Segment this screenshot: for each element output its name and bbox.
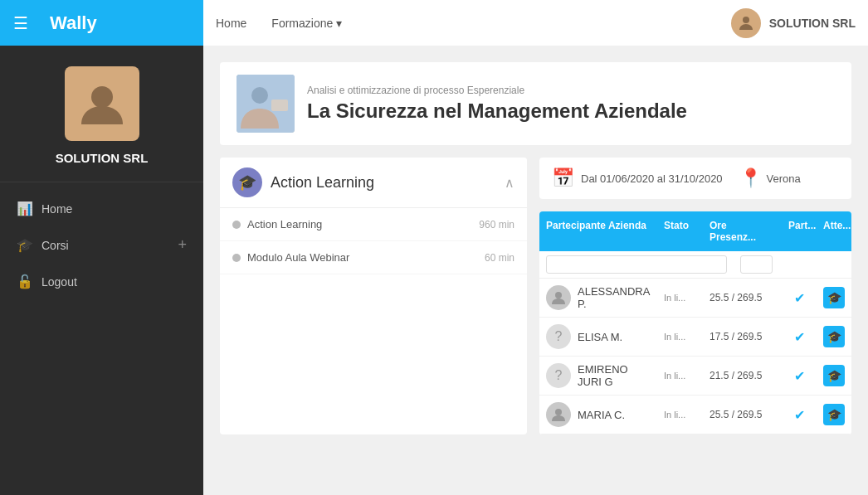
module-dot-1 [232, 254, 241, 262]
check-icon: ✔ [794, 329, 805, 345]
filter-name-input[interactable] [546, 255, 727, 274]
company-avatar-top [731, 8, 761, 38]
table-row: ? EMIRENO JURI G In li... 21.5 / 269.5 ✔… [539, 357, 851, 396]
user-name: ALESSANDRA P. [578, 285, 651, 310]
td-part-3: ✔ [782, 400, 817, 429]
module-box: 🎓 Action Learning ∧ Action Learning 960 … [220, 158, 527, 434]
chart-icon: 📊 [17, 201, 33, 216]
td-ore-3: 25.5 / 269.5 [703, 402, 782, 427]
table-row: MARIA C. In li... 25.5 / 269.5 ✔ 🎓 [539, 396, 851, 434]
add-corso-button[interactable]: + [178, 236, 187, 254]
company-name-top: SOLUTION SRL [769, 17, 856, 30]
location-text: Verona [767, 172, 801, 185]
td-stato-1: In li... [657, 325, 703, 348]
course-thumb-image [237, 75, 295, 133]
nav-formazione[interactable]: Formazione ▾ [267, 17, 346, 30]
location-icon: 📍 [739, 167, 762, 189]
user-name: EMIRENO JURI G [578, 363, 651, 388]
th-ore: Ore Presenz... [703, 211, 782, 251]
td-ore-2: 21.5 / 269.5 [703, 363, 782, 388]
location-block: 📍 Verona [739, 167, 801, 189]
module-dot [232, 221, 241, 229]
td-ore-0: 25.5 / 269.5 [703, 285, 782, 310]
check-icon: ✔ [794, 290, 805, 306]
td-stato-3: In li... [657, 403, 703, 426]
table-filter-row [539, 251, 851, 279]
module-box-header: 🎓 Action Learning ∧ [220, 158, 527, 208]
module-mins-1: 60 min [485, 252, 514, 264]
sidebar-item-corsi[interactable]: 🎓 Corsi + [0, 226, 203, 264]
sidebar-item-logout[interactable]: 🔓 Logout [0, 264, 203, 299]
check-icon: ✔ [794, 407, 805, 423]
sidebar-nav: 📊 Home 🎓 Corsi + 🔓 Logout [0, 182, 203, 308]
action-button-1[interactable]: 🎓 [823, 326, 845, 347]
sidebar-item-home[interactable]: 📊 Home [0, 191, 203, 226]
sidebar: SOLUTION SRL 📊 Home 🎓 Corsi + 🔓 Logout [0, 46, 203, 495]
dropdown-arrow-icon: ▾ [336, 17, 342, 30]
svg-point-3 [251, 87, 268, 104]
content-area: Analisi e ottimizzazione di processo Esp… [203, 46, 868, 495]
th-stato: Stato [657, 211, 703, 251]
sidebar-profile: SOLUTION SRL [0, 46, 203, 182]
sidebar-company-name: SOLUTION SRL [56, 151, 149, 165]
logout-icon: 🔓 [17, 274, 33, 289]
module-icon: 🎓 [232, 167, 262, 197]
course-info: Analisi e ottimizzazione di processo Esp… [307, 85, 687, 123]
table-row: ALESSANDRA P. In li... 25.5 / 269.5 ✔ 🎓 [539, 279, 851, 318]
graduation-icon: 🎓 [17, 237, 33, 253]
td-atte-2: 🎓 [817, 358, 851, 393]
collapse-button[interactable]: ∧ [505, 175, 514, 191]
date-block: 📅 Dal 01/06/2020 al 31/10/2020 [552, 167, 723, 189]
nav-links: Home Formazione ▾ [203, 0, 731, 46]
user-avatar [546, 285, 571, 310]
nav-home[interactable]: Home [212, 17, 251, 30]
course-title: La Sicurezza nel Management Aziendale [307, 99, 687, 123]
course-category: Analisi e ottimizzazione di processo Esp… [307, 85, 687, 96]
action-button-2[interactable]: 🎓 [823, 365, 845, 386]
user-avatar: ? [546, 363, 571, 388]
user-avatar [546, 402, 571, 427]
table-header: Partecipante Azienda Stato Ore Presenz..… [539, 211, 851, 251]
svg-point-1 [91, 86, 113, 108]
th-name: Partecipante Azienda [539, 211, 657, 251]
table-row: ? ELISA M. In li... 17.5 / 269.5 ✔ 🎓 [539, 318, 851, 357]
user-avatar: ? [546, 324, 571, 349]
participants-table: Partecipante Azienda Stato Ore Presenz..… [539, 211, 851, 434]
module-item-1[interactable]: Modulo Aula Webinar 60 min [220, 241, 527, 274]
right-panel: 📅 Dal 01/06/2020 al 31/10/2020 📍 Verona … [539, 158, 851, 434]
td-atte-0: 🎓 [817, 280, 851, 315]
td-stato-0: In li... [657, 286, 703, 309]
top-navbar: ☰ Wally Home Formazione ▾ SOLUTION SRL [0, 0, 868, 46]
td-atte-3: 🎓 [817, 397, 851, 432]
hamburger-button[interactable]: ☰ [0, 0, 41, 46]
td-part-1: ✔ [782, 323, 817, 352]
action-button-0[interactable]: 🎓 [823, 287, 845, 308]
course-header: Analisi e ottimizzazione di processo Esp… [220, 62, 851, 145]
two-column-layout: 🎓 Action Learning ∧ Action Learning 960 … [220, 158, 851, 434]
filter-stato-input[interactable] [740, 255, 773, 274]
course-thumbnail [237, 75, 295, 133]
svg-point-6 [555, 409, 562, 415]
svg-point-0 [743, 17, 749, 23]
th-part: Part... [782, 211, 817, 251]
user-name: ELISA M. [578, 331, 622, 343]
check-icon: ✔ [794, 368, 805, 384]
td-part-0: ✔ [782, 284, 817, 313]
td-ore-1: 17.5 / 269.5 [703, 324, 782, 349]
app-title: Wally [41, 12, 203, 34]
action-button-3[interactable]: 🎓 [823, 404, 845, 425]
avatar [65, 66, 139, 141]
svg-point-5 [555, 292, 562, 298]
nav-right: SOLUTION SRL [731, 0, 868, 46]
date-text: Dal 01/06/2020 al 31/10/2020 [581, 172, 723, 185]
th-atte: Atte... [817, 211, 851, 251]
td-part-2: ✔ [782, 362, 817, 391]
td-atte-1: 🎓 [817, 319, 851, 354]
module-box-title: Action Learning [271, 174, 374, 192]
date-location-row: 📅 Dal 01/06/2020 al 31/10/2020 📍 Verona [539, 158, 851, 199]
module-mins-0: 960 min [479, 219, 514, 231]
main-layout: SOLUTION SRL 📊 Home 🎓 Corsi + 🔓 Logout [0, 46, 868, 495]
svg-rect-4 [271, 99, 288, 111]
module-item-0[interactable]: Action Learning 960 min [220, 208, 527, 241]
td-stato-2: In li... [657, 364, 703, 387]
